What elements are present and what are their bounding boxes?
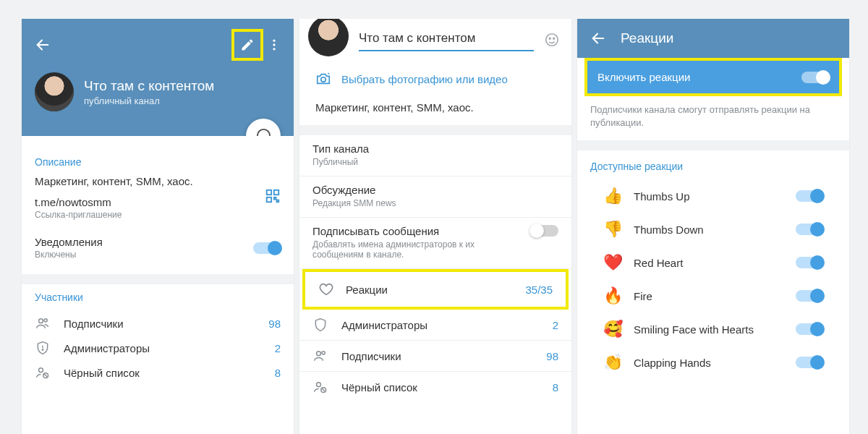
svg-point-14 — [549, 38, 550, 39]
camera-icon — [315, 71, 331, 87]
channel-title: Что там с контентом — [84, 78, 214, 94]
reaction-toggle[interactable] — [796, 357, 823, 368]
reactions-hint: Подписчики канала смогут отправлять реак… — [577, 96, 849, 140]
invite-link[interactable]: t.me/nowtosmm — [35, 196, 281, 208]
shield-icon — [312, 318, 328, 332]
svg-point-10 — [42, 349, 43, 350]
svg-point-18 — [322, 352, 325, 354]
channel-header: Что там с контентом публичный канал — [22, 19, 294, 136]
reaction-label: Thumbs Down — [634, 224, 704, 236]
reaction-label: Smiling Face with Hearts — [634, 323, 754, 336]
reaction-label: Thumbs Up — [634, 190, 690, 203]
reaction-label: Clapping Hands — [634, 357, 711, 369]
svg-rect-5 — [267, 197, 271, 202]
subscribers-icon — [35, 316, 51, 331]
channel-avatar[interactable] — [35, 72, 74, 111]
enable-reactions-row[interactable]: Включить реакции — [587, 61, 839, 93]
reaction-toggle[interactable] — [796, 257, 823, 268]
svg-point-2 — [273, 48, 275, 50]
reactions-row[interactable]: Реакции 35/35 — [305, 272, 566, 307]
reactions-settings-panel: Реакции Включить реакции Подписчики кана… — [577, 19, 849, 434]
edit-icon[interactable] — [231, 29, 263, 61]
back-icon[interactable] — [590, 30, 606, 46]
channel-avatar[interactable] — [308, 19, 349, 56]
sign-messages-toggle[interactable] — [531, 225, 558, 237]
heart-icon — [318, 281, 334, 297]
more-icon[interactable] — [263, 38, 285, 52]
reactions-row-highlight: Реакции 35/35 — [302, 269, 569, 310]
reaction-emoji: 🥰 — [603, 320, 622, 339]
reaction-emoji: 👍 — [603, 187, 622, 205]
notifications-label: Уведомления — [35, 236, 103, 248]
svg-point-9 — [44, 319, 47, 322]
reaction-emoji: 👏 — [603, 353, 622, 372]
channel-description[interactable]: Маркетинг, контент, SMM, хаос. — [299, 97, 571, 125]
svg-rect-4 — [274, 190, 278, 195]
enable-reactions-highlight: Включить реакции — [584, 58, 842, 96]
channel-description: Маркетинг, контент, SMM, хаос. — [35, 175, 281, 187]
reaction-toggle[interactable] — [796, 323, 823, 335]
reaction-emoji: 👎 — [603, 220, 622, 239]
reaction-row[interactable]: ❤️ Red Heart — [590, 246, 836, 279]
reaction-row[interactable]: 👏 Clapping Hands — [590, 346, 836, 379]
subscribers-icon — [312, 349, 328, 363]
back-icon[interactable] — [35, 37, 51, 53]
svg-rect-7 — [277, 200, 279, 203]
section-title: Описание — [35, 156, 281, 168]
reactions-header: Реакции — [577, 19, 849, 58]
shield-icon — [35, 341, 51, 355]
reaction-row[interactable]: 🔥 Fire — [590, 279, 836, 312]
channel-type-label: публичный канал — [84, 95, 214, 106]
svg-rect-6 — [274, 197, 276, 200]
channel-info-panel: Что там с контентом публичный канал Опис… — [22, 19, 294, 434]
svg-point-15 — [553, 38, 555, 39]
reaction-toggle[interactable] — [796, 224, 823, 235]
reaction-emoji: ❤️ — [603, 253, 622, 272]
reaction-row[interactable]: 👍 Thumbs Up — [590, 179, 836, 213]
svg-point-17 — [317, 352, 321, 356]
enable-reactions-toggle[interactable] — [801, 72, 829, 83]
qr-icon[interactable] — [265, 188, 281, 204]
reaction-label: Fire — [634, 290, 652, 302]
blacklist-row[interactable]: Чёрный список 8 — [35, 359, 281, 384]
section-title: Доступные реакции — [590, 161, 836, 172]
channel-type-row[interactable]: Тип канала Публичный — [299, 135, 571, 176]
svg-point-0 — [273, 40, 275, 42]
admins-row[interactable]: Администраторы 2 — [35, 335, 281, 359]
choose-media-row[interactable]: Выбрать фотографию или видео — [299, 61, 571, 97]
reaction-row[interactable]: 👎 Thumbs Down — [590, 213, 836, 246]
section-title: Участники — [35, 292, 281, 303]
subscribers-row[interactable]: Подписчики 98 — [35, 310, 281, 335]
channel-edit-panel: Что там с контентом Выбрать фотографию и… — [299, 19, 571, 434]
svg-rect-3 — [267, 190, 271, 195]
reaction-toggle[interactable] — [796, 290, 823, 302]
block-icon — [35, 365, 51, 380]
page-title: Реакции — [621, 30, 673, 46]
admins-row[interactable]: Администраторы 2 — [299, 310, 571, 341]
emoji-icon[interactable] — [544, 32, 560, 48]
reaction-row[interactable]: 🥰 Smiling Face with Hearts — [590, 312, 836, 346]
description-section: Описание Маркетинг, контент, SMM, хаос. … — [22, 136, 294, 274]
invite-link-label: Ссылка-приглашение — [35, 210, 281, 220]
blacklist-row[interactable]: Чёрный список 8 — [299, 372, 571, 402]
subscribers-row[interactable]: Подписчики 98 — [299, 341, 571, 372]
block-icon — [312, 380, 328, 394]
svg-point-16 — [321, 77, 326, 82]
svg-point-1 — [273, 43, 275, 46]
sign-messages-row[interactable]: Подписывать сообщения Добавлять имена ад… — [299, 218, 571, 269]
channel-name-input[interactable]: Что там с контентом — [359, 28, 534, 51]
members-section: Участники Подписчики 98 Администраторы 2… — [22, 284, 294, 394]
svg-point-11 — [39, 368, 43, 373]
available-reactions-section: Доступные реакции 👍 Thumbs Up 👎 Thumbs D… — [577, 150, 849, 389]
svg-point-13 — [546, 34, 558, 46]
notifications-value: Включены — [35, 250, 103, 260]
reaction-label: Red Heart — [634, 257, 683, 269]
reaction-emoji: 🔥 — [603, 286, 622, 305]
reaction-toggle[interactable] — [796, 190, 823, 202]
discussion-row[interactable]: Обсуждение Редакция SMM news — [299, 176, 571, 218]
notifications-toggle[interactable] — [253, 242, 281, 254]
svg-point-8 — [39, 319, 43, 323]
svg-point-19 — [317, 383, 321, 387]
